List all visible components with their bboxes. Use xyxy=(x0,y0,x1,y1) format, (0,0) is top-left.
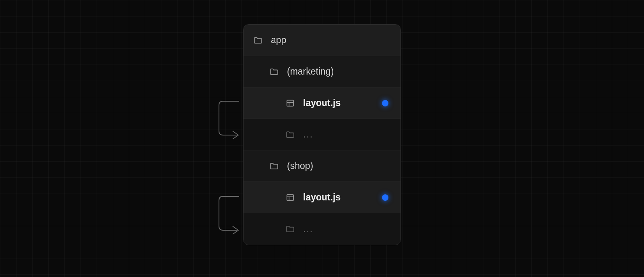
tree-label-marketing: (marketing) xyxy=(287,66,334,77)
folder-icon xyxy=(285,130,295,140)
tree-label-app: app xyxy=(271,35,286,46)
tree-label-shop-layout: layout.js xyxy=(303,192,341,203)
layout-icon xyxy=(285,98,295,108)
arrow-marketing xyxy=(207,100,243,140)
folder-icon xyxy=(253,35,263,45)
tree-label-marketing-layout: layout.js xyxy=(303,98,341,108)
layout-icon xyxy=(285,193,295,202)
tree-row-app[interactable]: app xyxy=(244,25,400,56)
tree-row-shop-layout[interactable]: layout.js xyxy=(244,182,400,213)
tree-row-marketing[interactable]: (marketing) xyxy=(244,56,400,87)
status-dot xyxy=(382,100,388,106)
tree-row-shop[interactable]: (shop) xyxy=(244,150,400,182)
svg-rect-0 xyxy=(287,100,294,106)
tree-row-shop-more[interactable]: ... xyxy=(244,213,400,245)
arrow-shop xyxy=(207,195,243,235)
file-tree-panel: app (marketing) layout.js ... xyxy=(243,24,401,245)
svg-rect-3 xyxy=(287,194,294,200)
tree-row-marketing-more[interactable]: ... xyxy=(244,119,400,150)
folder-icon xyxy=(269,161,279,171)
tree-row-marketing-layout[interactable]: layout.js xyxy=(244,87,400,119)
folder-icon xyxy=(269,67,279,77)
tree-label-shop: (shop) xyxy=(287,160,313,171)
status-dot xyxy=(382,194,388,201)
folder-icon xyxy=(285,224,295,234)
tree-label-marketing-more: ... xyxy=(303,129,313,140)
tree-label-shop-more: ... xyxy=(303,224,313,235)
